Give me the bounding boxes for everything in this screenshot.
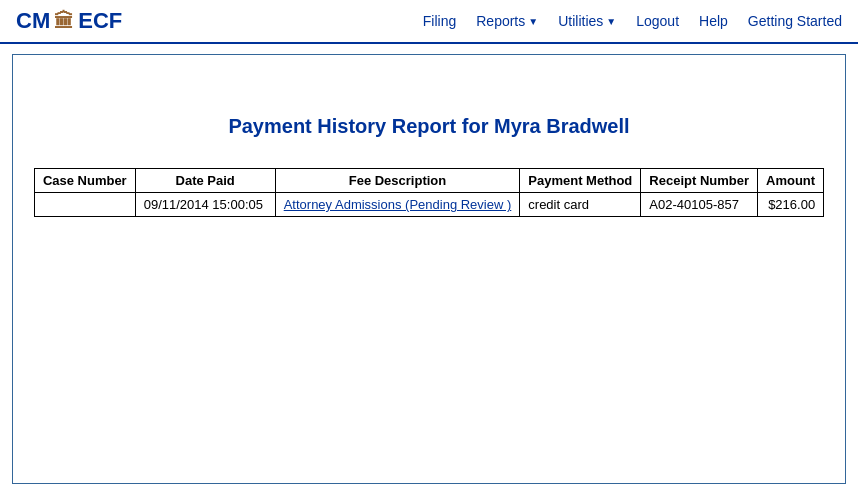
report-user-name: Myra Bradwell	[494, 115, 630, 137]
col-header-fee-description: Fee Description	[275, 169, 520, 193]
cell-payment-method: credit card	[520, 193, 641, 217]
nav-reports-label: Reports	[476, 13, 525, 29]
utilities-dropdown-arrow: ▼	[606, 16, 616, 27]
col-header-date-paid: Date Paid	[135, 169, 275, 193]
nav-utilities-label: Utilities	[558, 13, 603, 29]
main-content: Payment History Report for Myra Bradwell…	[12, 54, 846, 484]
col-header-case-number: Case Number	[34, 169, 135, 193]
cell-case-number	[34, 193, 135, 217]
col-header-payment-method: Payment Method	[520, 169, 641, 193]
nav-logout[interactable]: Logout	[636, 13, 679, 29]
nav-filing[interactable]: Filing	[423, 13, 456, 29]
fee-description-link[interactable]: Attorney Admissions (Pending Review )	[284, 197, 512, 212]
nav-help[interactable]: Help	[699, 13, 728, 29]
payment-table: Case Number Date Paid Fee Description Pa…	[34, 168, 824, 217]
table-header-row: Case Number Date Paid Fee Description Pa…	[34, 169, 823, 193]
cell-receipt-number: A02-40105-857	[641, 193, 758, 217]
nav-utilities[interactable]: Utilities ▼	[558, 13, 616, 29]
logo-cm: CM	[16, 8, 50, 34]
report-title: Payment History Report for Myra Bradwell	[33, 115, 825, 138]
cell-date-paid: 09/11/2014 15:00:05	[135, 193, 275, 217]
reports-dropdown-arrow: ▼	[528, 16, 538, 27]
table-row: 09/11/2014 15:00:05 Attorney Admissions …	[34, 193, 823, 217]
col-header-receipt-number: Receipt Number	[641, 169, 758, 193]
building-icon: 🏛	[54, 10, 74, 33]
table-body: 09/11/2014 15:00:05 Attorney Admissions …	[34, 193, 823, 217]
header: CM 🏛 ECF Filing Reports ▼ Utilities ▼ Lo…	[0, 0, 858, 44]
logo-ecf: ECF	[78, 8, 122, 34]
nav-getting-started[interactable]: Getting Started	[748, 13, 842, 29]
cell-amount: $216.00	[758, 193, 824, 217]
nav-reports[interactable]: Reports ▼	[476, 13, 538, 29]
report-title-prefix: Payment History Report for	[228, 115, 494, 137]
cell-fee-description: Attorney Admissions (Pending Review )	[275, 193, 520, 217]
nav: Filing Reports ▼ Utilities ▼ Logout Help…	[423, 13, 842, 29]
col-header-amount: Amount	[758, 169, 824, 193]
table-header: Case Number Date Paid Fee Description Pa…	[34, 169, 823, 193]
logo: CM 🏛 ECF	[16, 8, 122, 34]
